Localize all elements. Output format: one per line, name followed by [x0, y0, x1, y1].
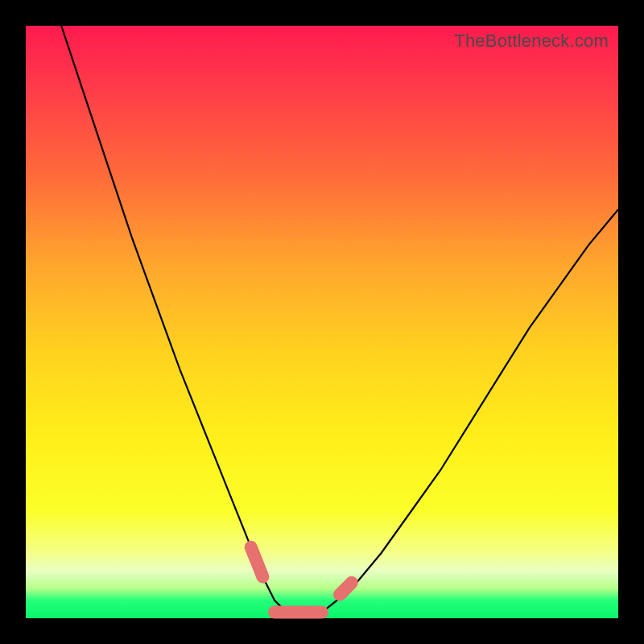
highlight-markers — [251, 547, 352, 613]
highlight-segment — [251, 547, 263, 577]
bottleneck-curve — [61, 26, 618, 618]
curve-svg — [26, 26, 618, 618]
plot-area: TheBottleneck.com — [26, 26, 618, 618]
chart-frame: TheBottleneck.com — [0, 0, 644, 644]
highlight-segment — [340, 583, 352, 595]
